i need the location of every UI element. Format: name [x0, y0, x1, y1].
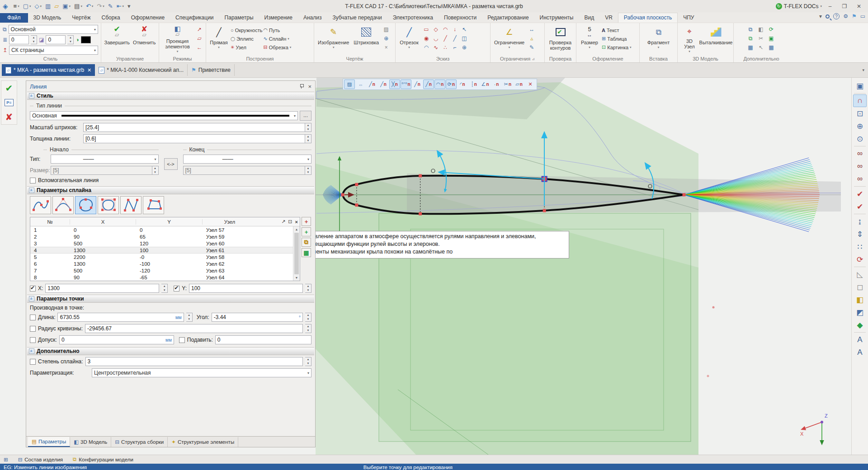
coordinate-system-combo[interactable]: СК страницы▾	[9, 46, 98, 55]
tab-vr[interactable]: VR	[599, 13, 618, 23]
constraint-mini-1[interactable]: ▵	[527, 34, 536, 42]
document-parameters-button[interactable]: ✎	[106, 1, 115, 11]
snap-angle-button[interactable]: ∠n	[480, 80, 491, 89]
draw-mini-0[interactable]: ▨	[382, 25, 391, 33]
extra-mini-3[interactable]: ⧉	[746, 34, 755, 42]
line-type-more-button[interactable]: ...	[300, 111, 311, 121]
line-button[interactable]: ╱ Прямая▾	[208, 24, 230, 54]
more-button[interactable]: ▾	[126, 1, 132, 11]
start-size-input[interactable]: [5]	[51, 166, 152, 175]
tolerance-checkbox[interactable]	[30, 337, 36, 343]
y-spinner[interactable]: ▲▼	[305, 284, 311, 293]
sketch-mini-4[interactable]: ↖	[460, 25, 469, 33]
snap-line-node-button[interactable]: ╱n	[367, 80, 377, 89]
y-checkbox[interactable]	[174, 286, 179, 291]
open-document-button[interactable]: ▱	[52, 1, 61, 11]
fit-width-button[interactable]: ∷	[853, 240, 867, 253]
table-row[interactable]: 41300100Узел 61	[30, 247, 300, 254]
table-frame-icon[interactable]: ⊡	[288, 219, 292, 225]
tab-file[interactable]: Файл	[0, 13, 28, 23]
parameters-dialog-button[interactable]: P≡	[1, 95, 17, 110]
tab-зубчатые-передачи[interactable]: Зубчатые передачи	[327, 13, 387, 23]
text-button[interactable]: AТекст	[602, 26, 632, 34]
sketch-mini-14[interactable]: ⊕	[460, 43, 469, 52]
drawing-view-button[interactable]: ▣	[853, 80, 867, 92]
table-button[interactable]: ⊞Таблица	[602, 35, 632, 42]
snap-segment-node-button[interactable]: ╱n	[378, 80, 389, 89]
cancel-button[interactable]: ✘▱ Отменить	[132, 24, 157, 54]
sketch-mini-11[interactable]: ∿	[431, 43, 440, 52]
link-конфигурации-модели[interactable]: ⧉Конфигурации модели	[73, 456, 133, 463]
new-window-button[interactable]: ▥	[43, 1, 52, 11]
angle-input[interactable]: -3.44°	[212, 313, 303, 322]
snap-center-button[interactable]: ⟳n	[446, 80, 457, 89]
panel-close-icon[interactable]: ×	[308, 83, 311, 90]
line-type-combo[interactable]: Основная ▾	[30, 111, 298, 120]
check-model-button[interactable]: ✔	[853, 188, 867, 200]
priority-spinner[interactable]: ▲▼	[67, 35, 74, 44]
sketch-mini-2[interactable]: ◠	[441, 25, 450, 33]
extra-mini-1[interactable]: ◧	[756, 25, 765, 33]
tab-сборка[interactable]: Сборка	[96, 13, 126, 23]
save-document-button[interactable]: ▣▾	[61, 1, 72, 11]
radius-checkbox[interactable]	[30, 326, 36, 332]
wireframe-view-button[interactable]: ◻	[853, 281, 867, 293]
spline-button[interactable]: ∿Сплайн▾	[263, 35, 291, 42]
degree-input[interactable]: 3	[85, 357, 303, 366]
tab-электротехника[interactable]: Электротехника	[387, 13, 439, 23]
snap-intersection-button[interactable]: ╳n	[389, 80, 400, 89]
degree-spinner[interactable]: ▲▼	[305, 357, 311, 366]
modes-mini-0[interactable]: ↗	[195, 25, 204, 33]
workplane-orient-button[interactable]: ◺	[853, 268, 867, 281]
spline-type-open[interactable]	[30, 196, 51, 214]
document-tab[interactable]: ▱* МКА - разметка чистая.grb✕	[2, 64, 95, 76]
control-point[interactable]	[683, 193, 686, 197]
control-point[interactable]	[355, 183, 358, 186]
draw-mini-1[interactable]: ⊕	[382, 34, 391, 42]
panel-tab-3d-модель[interactable]: ◧3D Модель	[70, 437, 111, 447]
tab-чертёж[interactable]: Чертёж	[66, 13, 96, 23]
table-row[interactable]: 52200-0Узел 58	[30, 254, 300, 260]
snap-middle-button[interactable]: ╱n	[412, 80, 423, 89]
x-checkbox[interactable]	[30, 286, 36, 291]
parametrization-combo[interactable]: Центростремительная▾	[92, 368, 311, 377]
sketch-mini-6[interactable]: ◡	[431, 34, 440, 42]
add-point-button[interactable]: +	[302, 217, 311, 226]
panel-tab-структура-сборки[interactable]: ⊟Структура сборки	[111, 437, 168, 447]
extra-mini-8[interactable]: ▦	[767, 43, 776, 52]
control-point[interactable]	[355, 203, 358, 207]
tab-редактирование[interactable]: Редактирование	[482, 13, 534, 23]
dash-scale-spinner[interactable]: ▲▼	[305, 123, 311, 132]
tab-параметры[interactable]: Параметры	[219, 13, 259, 23]
tflex-docs-button[interactable]: ↻ T-FLEX DOCs ▾	[776, 3, 822, 9]
minimize-button[interactable]: ‒	[824, 3, 836, 9]
snap-trim-button[interactable]: ✂n	[502, 80, 513, 89]
tab-чпу[interactable]: ЧПУ	[678, 13, 699, 23]
ok-button[interactable]: ✔	[1, 81, 17, 95]
tab-оформление[interactable]: Оформление	[126, 13, 170, 23]
trim-button[interactable]: ⊟Обрезка▾	[263, 43, 291, 51]
modes-mini-1[interactable]: ▱	[195, 34, 204, 42]
aux-line-checkbox[interactable]	[30, 178, 36, 183]
path-button[interactable]: ◠Путь	[263, 26, 291, 34]
palette-icon[interactable]: ◑	[75, 37, 79, 43]
image-button[interactable]: ✎ Изображение▾	[316, 24, 351, 54]
tab-измерение[interactable]: Измерение	[259, 13, 298, 23]
finish-button[interactable]: ✔▱ Завершить	[103, 24, 131, 54]
x-spinner[interactable]: ▲▼	[161, 284, 168, 293]
extra-mini-2[interactable]: ⟳	[767, 25, 776, 33]
control-point[interactable]	[419, 212, 422, 216]
undo-button[interactable]: ↶▾	[84, 1, 95, 11]
projection-button[interactable]: ◧▱ Проекция элементов▾	[161, 24, 194, 54]
shaded-view-button[interactable]: ◧	[853, 293, 867, 306]
tab-3d-модель[interactable]: 3D Модель	[28, 13, 67, 23]
snap-origin-button[interactable]: ⁰٬⁰n	[401, 80, 411, 89]
table-expand-icon[interactable]: ↗	[281, 219, 285, 225]
tolerance-input[interactable]: 0мм	[59, 335, 174, 344]
dialog-launcher-icon[interactable]: ⊿	[532, 57, 535, 61]
hide-construction-button[interactable]: ∞	[853, 147, 867, 160]
panel-toggle-icon[interactable]: ▭	[860, 13, 865, 19]
control-point[interactable]	[419, 174, 422, 178]
snap-plane-button[interactable]: ▱n	[514, 80, 524, 89]
section-point-params[interactable]: « Параметры точки	[27, 295, 314, 303]
